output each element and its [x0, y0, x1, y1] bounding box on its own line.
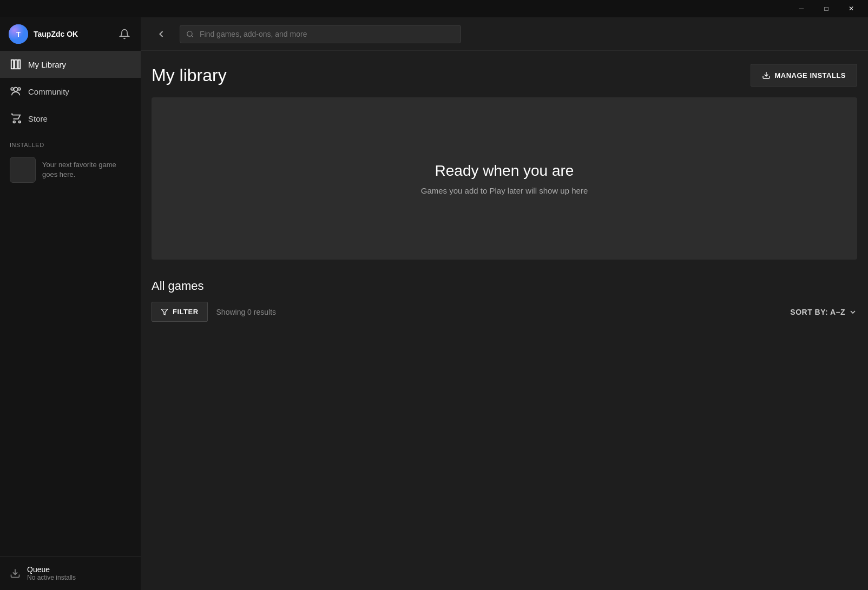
- title-bar-controls: ─ □ ✕: [789, 0, 864, 17]
- notification-button[interactable]: [117, 26, 132, 42]
- queue-subtitle: No active installs: [27, 574, 76, 581]
- svg-text:T: T: [16, 30, 21, 38]
- sidebar-item-label-my-library: My Library: [28, 60, 66, 69]
- store-icon: [10, 112, 22, 124]
- filter-row: FILTER Showing 0 results SORT BY: A–Z: [152, 302, 857, 322]
- title-bar: ─ □ ✕: [0, 0, 868, 17]
- svg-line-12: [192, 35, 193, 37]
- game-thumbnail: [10, 157, 36, 183]
- content-header: [141, 17, 868, 51]
- back-button[interactable]: [152, 26, 171, 42]
- download-icon: [762, 71, 771, 79]
- search-input[interactable]: [180, 25, 461, 43]
- sidebar-item-label-store: Store: [28, 114, 48, 123]
- hero-subtitle: Games you add to Play later will show up…: [421, 186, 588, 195]
- sidebar-bottom: Queue No active installs: [0, 556, 141, 590]
- queue-text: Queue No active installs: [27, 565, 76, 581]
- manage-installs-button[interactable]: MANAGE INSTALLS: [751, 64, 857, 87]
- sidebar-item-label-community: Community: [28, 87, 69, 96]
- svg-rect-2: [11, 60, 14, 69]
- app-layout: T TaupZdc OK My Library: [0, 17, 868, 590]
- svg-rect-4: [18, 60, 21, 69]
- queue-title: Queue: [27, 565, 76, 574]
- maximize-button[interactable]: □: [814, 0, 839, 17]
- username-label: TaupZdc OK: [34, 30, 78, 38]
- back-icon: [156, 29, 167, 39]
- library-icon: [10, 58, 22, 70]
- sidebar: T TaupZdc OK My Library: [0, 17, 141, 590]
- svg-point-7: [11, 88, 14, 90]
- page-title-row: My library MANAGE INSTALLS: [152, 51, 857, 97]
- svg-marker-14: [161, 309, 168, 315]
- game-placeholder-text: Your next favorite game goes here.: [42, 160, 131, 180]
- hero-title: Ready when you are: [435, 162, 574, 180]
- community-icon: [10, 85, 22, 97]
- minimize-button[interactable]: ─: [789, 0, 814, 17]
- all-games-title: All games: [152, 279, 857, 293]
- svg-rect-3: [15, 60, 17, 69]
- search-icon: [186, 30, 194, 38]
- avatar: T: [9, 24, 28, 44]
- download-icon: [10, 568, 21, 579]
- installed-section: Installed Your next favorite game goes h…: [0, 132, 141, 190]
- svg-point-6: [18, 88, 21, 90]
- avatar-image: T: [9, 24, 28, 44]
- filter-label: FILTER: [173, 308, 199, 316]
- sort-label: SORT BY: A–Z: [790, 308, 845, 316]
- game-placeholder-item: Your next favorite game goes here.: [10, 155, 131, 185]
- search-bar: [180, 25, 461, 43]
- all-games-section: All games FILTER Showing 0 results SORT …: [152, 279, 857, 322]
- bell-icon: [119, 29, 130, 39]
- showing-results-label: Showing 0 results: [216, 308, 277, 316]
- sort-button[interactable]: SORT BY: A–Z: [790, 308, 857, 316]
- svg-point-8: [13, 121, 15, 123]
- sidebar-item-store[interactable]: Store: [0, 105, 141, 132]
- chevron-down-icon: [849, 308, 857, 316]
- user-info: T TaupZdc OK: [9, 24, 78, 44]
- sidebar-top: T TaupZdc OK: [0, 17, 141, 51]
- page-title: My library: [152, 65, 227, 85]
- manage-installs-label: MANAGE INSTALLS: [775, 71, 846, 79]
- sidebar-item-my-library[interactable]: My Library: [0, 51, 141, 78]
- svg-point-9: [19, 121, 21, 123]
- page-body: My library MANAGE INSTALLS Ready when yo…: [141, 51, 868, 590]
- installed-section-label: Installed: [10, 142, 131, 148]
- svg-point-11: [187, 31, 192, 36]
- filter-left: FILTER Showing 0 results: [152, 302, 276, 322]
- svg-point-5: [14, 88, 17, 91]
- queue-info: Queue No active installs: [10, 565, 131, 581]
- filter-icon: [161, 308, 168, 316]
- hero-banner: Ready when you are Games you add to Play…: [152, 97, 857, 260]
- main-content: My library MANAGE INSTALLS Ready when yo…: [141, 17, 868, 590]
- close-button[interactable]: ✕: [839, 0, 864, 17]
- filter-button[interactable]: FILTER: [152, 302, 208, 322]
- sidebar-item-community[interactable]: Community: [0, 78, 141, 105]
